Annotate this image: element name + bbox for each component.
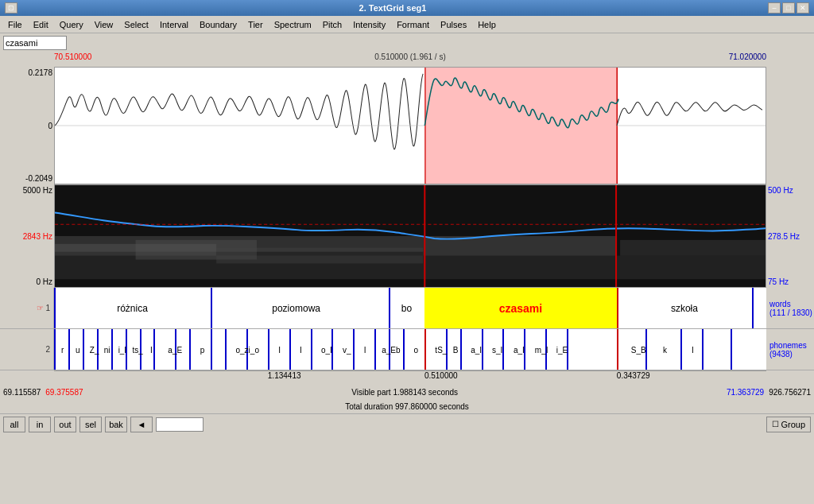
ph-b: b (396, 345, 401, 354)
word-poziomowa: poziomowa (272, 303, 320, 314)
tier2-row: 2 (0, 329, 814, 370)
ph-aE1: a_E (168, 345, 182, 354)
ph-aI2: a_I (514, 345, 525, 354)
ruler-label3: 0.343729 (617, 371, 650, 380)
ph-il: i_l (118, 345, 126, 354)
menu-item-tier[interactable]: Tier (243, 18, 268, 31)
spectro-right-mid: 278.5 Hz (768, 232, 812, 241)
ph-I2: I (278, 345, 281, 354)
ruler-label2: 0.510000 (424, 371, 458, 380)
ph-iE: i_E (556, 345, 568, 354)
menu-item-file[interactable]: File (3, 18, 27, 31)
menu-item-interval[interactable]: Interval (155, 18, 193, 31)
menu-item-intensity[interactable]: Intensity (348, 18, 390, 31)
in-button[interactable]: in (29, 417, 51, 432)
word-szkola: szkoła (671, 303, 698, 314)
tier1-right: words (111 / 1830) (766, 288, 814, 328)
spectro-top: 5000 Hz (23, 186, 52, 195)
ph-p: p (200, 345, 205, 354)
ruler-label1: 1.134413 (268, 371, 301, 380)
ph-k: k (663, 345, 667, 354)
tier2-content[interactable]: r u Z_ ni i_l ts_ I a_E p o_zi_o I I o_I… (54, 329, 766, 370)
waveform-zero-val: 0 (48, 122, 52, 130)
spectro-mid: 2843 Hz (23, 232, 52, 241)
ph-B: B (453, 345, 459, 354)
tier1-label: ☞ 1 (0, 288, 54, 328)
tier2-right-sub: (9438) (769, 350, 793, 359)
ph-ts: ts_ (133, 345, 143, 354)
menu-item-pitch[interactable]: Pitch (318, 18, 347, 31)
menubar: FileEditQueryViewSelectIntervalBoundaryT… (0, 16, 814, 33)
ph-I4: I (364, 345, 366, 354)
svg-rect-13 (620, 240, 766, 256)
tier1-content[interactable]: różnica poziomowa bo czasami szkoła (54, 288, 766, 328)
bottom-ruler: 1.134413 0.510000 0.343729 (0, 370, 814, 385)
tier1-row: ☞ 1 różnica poziomowa bo czasami szkoła … (0, 288, 814, 329)
spectro-bottom: 0 Hz (36, 277, 52, 286)
menu-item-boundary[interactable]: Boundary (195, 18, 242, 31)
menu-item-query[interactable]: Query (55, 18, 88, 31)
checkbox-icon: ☐ (772, 420, 779, 428)
menu-item-spectrum[interactable]: Spectrum (269, 18, 316, 31)
waveform-bottom-val: -0.2049 (25, 174, 52, 183)
system-menu-button[interactable]: ⊡ (5, 2, 17, 14)
word-czasami: czasami (499, 302, 542, 315)
toolbar: all in out sel bak ◄ ☐ Group (0, 413, 814, 434)
spectro-right-top: 500 Hz (768, 186, 812, 195)
ph-sI: s_I (492, 345, 502, 354)
tier1-right-sub: (111 / 1830) (769, 308, 812, 317)
tier2-label: 2 (0, 329, 54, 370)
out-button[interactable]: out (54, 417, 76, 432)
titlebar: ⊡ 2. TextGrid seg1 – □ ✕ (0, 0, 814, 16)
spectrogram-canvas[interactable] (54, 184, 766, 288)
group-button[interactable]: ☐ Group (766, 417, 811, 432)
spectrogram-panel: 5000 Hz 2843 Hz 0 Hz (0, 184, 814, 288)
waveform-panel: 0.2178 0 -0.2049 (0, 67, 814, 184)
svg-rect-12 (216, 248, 423, 264)
bak-button[interactable]: bak (105, 417, 127, 432)
all-button[interactable]: all (3, 417, 25, 432)
ph-aI1: a_I (471, 345, 482, 354)
menu-item-formant[interactable]: Formant (392, 18, 434, 31)
time-left: 70.510000 (54, 52, 91, 61)
scroll-left-button[interactable]: ◄ (130, 417, 153, 432)
status-bar2: Total duration 997.860000 seconds (0, 399, 814, 413)
tier2-right-label: phonemes (769, 341, 807, 350)
tier1-number: 1 (45, 304, 50, 312)
menu-item-pulses[interactable]: Pulses (436, 18, 471, 31)
ph-I5: I (692, 345, 694, 354)
waveform-right (766, 67, 814, 184)
ph-r: r (61, 345, 64, 354)
menu-item-select[interactable]: Select (119, 18, 153, 31)
ph-mI: m_I (535, 345, 548, 354)
word-roznica: różnica (117, 303, 148, 314)
maximize-button[interactable]: □ (782, 2, 795, 14)
tier2-number: 2 (45, 345, 50, 354)
spectro-right: 500 Hz 278.5 Hz 75 Hz (766, 184, 814, 288)
spectro-right-bottom: 75 Hz (768, 277, 812, 286)
time-ruler-top: 70.510000 0.510000 (1.961 / s) 71.020000 (0, 52, 814, 67)
main-area: 70.510000 0.510000 (1.961 / s) 71.020000… (0, 52, 814, 413)
time-right: 71.020000 (729, 52, 766, 61)
menu-item-help[interactable]: Help (473, 18, 501, 31)
ph-u: u (76, 345, 80, 354)
waveform-canvas[interactable] (54, 67, 766, 184)
group-label: Group (781, 420, 805, 429)
ph-tS: tS_ (435, 345, 447, 354)
status-end: 926.756271 (769, 388, 811, 397)
menu-item-view[interactable]: View (90, 18, 118, 31)
ph-I3: I (300, 345, 302, 354)
menu-item-edit[interactable]: Edit (29, 18, 53, 31)
tier1-right-label: words (769, 300, 791, 308)
ph-aE2: a_E (382, 345, 396, 354)
sel-button[interactable]: sel (79, 417, 102, 432)
ph-ni: ni (104, 345, 110, 354)
time-center: 0.510000 (1.961 / s) (374, 52, 446, 61)
status-cursor: 69.375587 (45, 388, 83, 397)
scrollbar[interactable] (156, 417, 204, 432)
search-input[interactable] (3, 36, 67, 50)
tier2-right: phonemes (9438) (766, 329, 814, 370)
close-button[interactable]: ✕ (797, 2, 809, 14)
ph-o: o (413, 345, 418, 354)
minimize-button[interactable]: – (768, 2, 781, 14)
